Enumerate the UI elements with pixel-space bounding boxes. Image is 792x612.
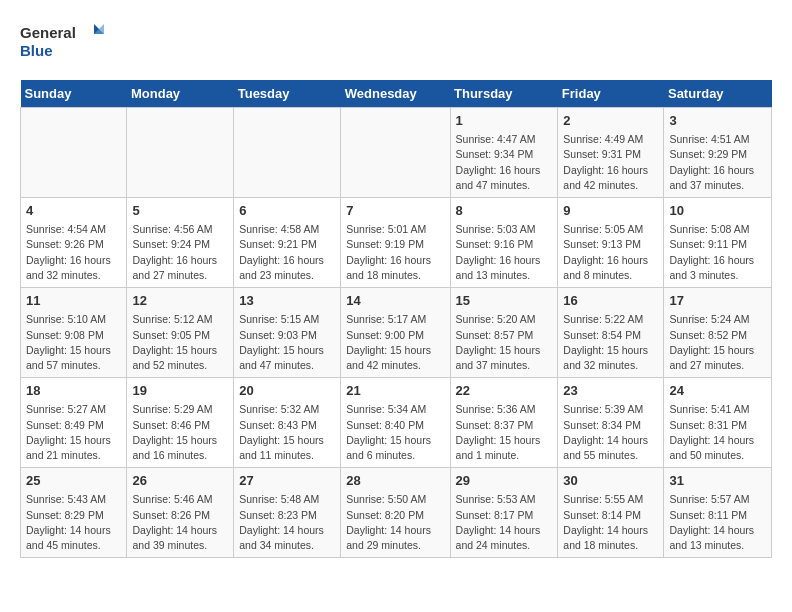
day-number: 8	[456, 202, 553, 220]
calendar-cell: 24Sunrise: 5:41 AM Sunset: 8:31 PM Dayli…	[664, 378, 772, 468]
day-number: 9	[563, 202, 658, 220]
day-number: 17	[669, 292, 766, 310]
calendar-cell: 25Sunrise: 5:43 AM Sunset: 8:29 PM Dayli…	[21, 468, 127, 558]
day-number: 2	[563, 112, 658, 130]
calendar-cell: 29Sunrise: 5:53 AM Sunset: 8:17 PM Dayli…	[450, 468, 558, 558]
svg-text:General: General	[20, 24, 76, 41]
calendar-cell: 28Sunrise: 5:50 AM Sunset: 8:20 PM Dayli…	[341, 468, 450, 558]
day-info: Sunrise: 5:55 AM Sunset: 8:14 PM Dayligh…	[563, 492, 658, 553]
calendar-cell: 1Sunrise: 4:47 AM Sunset: 9:34 PM Daylig…	[450, 108, 558, 198]
day-info: Sunrise: 4:47 AM Sunset: 9:34 PM Dayligh…	[456, 132, 553, 193]
day-info: Sunrise: 5:43 AM Sunset: 8:29 PM Dayligh…	[26, 492, 121, 553]
weekday-thursday: Thursday	[450, 80, 558, 108]
day-number: 10	[669, 202, 766, 220]
logo: General Blue	[20, 20, 110, 64]
calendar-header: SundayMondayTuesdayWednesdayThursdayFrid…	[21, 80, 772, 108]
day-number: 21	[346, 382, 444, 400]
weekday-saturday: Saturday	[664, 80, 772, 108]
calendar-cell: 2Sunrise: 4:49 AM Sunset: 9:31 PM Daylig…	[558, 108, 664, 198]
day-info: Sunrise: 5:12 AM Sunset: 9:05 PM Dayligh…	[132, 312, 228, 373]
day-info: Sunrise: 5:17 AM Sunset: 9:00 PM Dayligh…	[346, 312, 444, 373]
day-info: Sunrise: 4:51 AM Sunset: 9:29 PM Dayligh…	[669, 132, 766, 193]
calendar-cell: 14Sunrise: 5:17 AM Sunset: 9:00 PM Dayli…	[341, 288, 450, 378]
calendar-cell	[127, 108, 234, 198]
day-info: Sunrise: 5:46 AM Sunset: 8:26 PM Dayligh…	[132, 492, 228, 553]
day-number: 28	[346, 472, 444, 490]
calendar-cell: 13Sunrise: 5:15 AM Sunset: 9:03 PM Dayli…	[234, 288, 341, 378]
day-number: 12	[132, 292, 228, 310]
day-info: Sunrise: 5:20 AM Sunset: 8:57 PM Dayligh…	[456, 312, 553, 373]
calendar-week-2: 4Sunrise: 4:54 AM Sunset: 9:26 PM Daylig…	[21, 198, 772, 288]
day-number: 22	[456, 382, 553, 400]
weekday-sunday: Sunday	[21, 80, 127, 108]
calendar-cell: 4Sunrise: 4:54 AM Sunset: 9:26 PM Daylig…	[21, 198, 127, 288]
day-number: 15	[456, 292, 553, 310]
svg-text:Blue: Blue	[20, 42, 53, 59]
calendar-cell: 19Sunrise: 5:29 AM Sunset: 8:46 PM Dayli…	[127, 378, 234, 468]
calendar-cell	[234, 108, 341, 198]
generalblue-logo: General Blue	[20, 20, 110, 64]
day-number: 20	[239, 382, 335, 400]
calendar-cell: 15Sunrise: 5:20 AM Sunset: 8:57 PM Dayli…	[450, 288, 558, 378]
calendar-cell: 23Sunrise: 5:39 AM Sunset: 8:34 PM Dayli…	[558, 378, 664, 468]
day-info: Sunrise: 5:41 AM Sunset: 8:31 PM Dayligh…	[669, 402, 766, 463]
calendar-cell: 7Sunrise: 5:01 AM Sunset: 9:19 PM Daylig…	[341, 198, 450, 288]
day-info: Sunrise: 5:03 AM Sunset: 9:16 PM Dayligh…	[456, 222, 553, 283]
day-info: Sunrise: 4:54 AM Sunset: 9:26 PM Dayligh…	[26, 222, 121, 283]
day-number: 13	[239, 292, 335, 310]
calendar-cell: 26Sunrise: 5:46 AM Sunset: 8:26 PM Dayli…	[127, 468, 234, 558]
calendar-cell: 3Sunrise: 4:51 AM Sunset: 9:29 PM Daylig…	[664, 108, 772, 198]
day-number: 6	[239, 202, 335, 220]
weekday-monday: Monday	[127, 80, 234, 108]
day-info: Sunrise: 5:39 AM Sunset: 8:34 PM Dayligh…	[563, 402, 658, 463]
weekday-header-row: SundayMondayTuesdayWednesdayThursdayFrid…	[21, 80, 772, 108]
day-number: 24	[669, 382, 766, 400]
day-number: 27	[239, 472, 335, 490]
day-number: 16	[563, 292, 658, 310]
calendar-cell: 17Sunrise: 5:24 AM Sunset: 8:52 PM Dayli…	[664, 288, 772, 378]
page-header: General Blue	[20, 20, 772, 64]
calendar-cell: 18Sunrise: 5:27 AM Sunset: 8:49 PM Dayli…	[21, 378, 127, 468]
day-info: Sunrise: 5:22 AM Sunset: 8:54 PM Dayligh…	[563, 312, 658, 373]
day-number: 11	[26, 292, 121, 310]
day-number: 31	[669, 472, 766, 490]
day-info: Sunrise: 5:53 AM Sunset: 8:17 PM Dayligh…	[456, 492, 553, 553]
calendar-cell	[21, 108, 127, 198]
weekday-wednesday: Wednesday	[341, 80, 450, 108]
day-info: Sunrise: 5:57 AM Sunset: 8:11 PM Dayligh…	[669, 492, 766, 553]
day-number: 3	[669, 112, 766, 130]
day-info: Sunrise: 5:24 AM Sunset: 8:52 PM Dayligh…	[669, 312, 766, 373]
day-info: Sunrise: 5:34 AM Sunset: 8:40 PM Dayligh…	[346, 402, 444, 463]
calendar-week-3: 11Sunrise: 5:10 AM Sunset: 9:08 PM Dayli…	[21, 288, 772, 378]
calendar-cell: 9Sunrise: 5:05 AM Sunset: 9:13 PM Daylig…	[558, 198, 664, 288]
calendar-cell: 6Sunrise: 4:58 AM Sunset: 9:21 PM Daylig…	[234, 198, 341, 288]
day-number: 14	[346, 292, 444, 310]
calendar-week-4: 18Sunrise: 5:27 AM Sunset: 8:49 PM Dayli…	[21, 378, 772, 468]
day-number: 5	[132, 202, 228, 220]
weekday-friday: Friday	[558, 80, 664, 108]
day-info: Sunrise: 5:32 AM Sunset: 8:43 PM Dayligh…	[239, 402, 335, 463]
weekday-tuesday: Tuesday	[234, 80, 341, 108]
calendar-cell: 22Sunrise: 5:36 AM Sunset: 8:37 PM Dayli…	[450, 378, 558, 468]
day-number: 26	[132, 472, 228, 490]
day-number: 23	[563, 382, 658, 400]
calendar-cell: 8Sunrise: 5:03 AM Sunset: 9:16 PM Daylig…	[450, 198, 558, 288]
day-info: Sunrise: 5:05 AM Sunset: 9:13 PM Dayligh…	[563, 222, 658, 283]
day-info: Sunrise: 5:15 AM Sunset: 9:03 PM Dayligh…	[239, 312, 335, 373]
calendar-cell: 20Sunrise: 5:32 AM Sunset: 8:43 PM Dayli…	[234, 378, 341, 468]
day-info: Sunrise: 5:29 AM Sunset: 8:46 PM Dayligh…	[132, 402, 228, 463]
calendar-week-1: 1Sunrise: 4:47 AM Sunset: 9:34 PM Daylig…	[21, 108, 772, 198]
day-info: Sunrise: 4:58 AM Sunset: 9:21 PM Dayligh…	[239, 222, 335, 283]
calendar-week-5: 25Sunrise: 5:43 AM Sunset: 8:29 PM Dayli…	[21, 468, 772, 558]
day-info: Sunrise: 5:48 AM Sunset: 8:23 PM Dayligh…	[239, 492, 335, 553]
day-number: 25	[26, 472, 121, 490]
calendar-cell: 16Sunrise: 5:22 AM Sunset: 8:54 PM Dayli…	[558, 288, 664, 378]
calendar-cell: 5Sunrise: 4:56 AM Sunset: 9:24 PM Daylig…	[127, 198, 234, 288]
day-number: 18	[26, 382, 121, 400]
day-info: Sunrise: 4:49 AM Sunset: 9:31 PM Dayligh…	[563, 132, 658, 193]
day-info: Sunrise: 5:50 AM Sunset: 8:20 PM Dayligh…	[346, 492, 444, 553]
calendar-cell	[341, 108, 450, 198]
day-info: Sunrise: 5:27 AM Sunset: 8:49 PM Dayligh…	[26, 402, 121, 463]
calendar-cell: 12Sunrise: 5:12 AM Sunset: 9:05 PM Dayli…	[127, 288, 234, 378]
calendar-table: SundayMondayTuesdayWednesdayThursdayFrid…	[20, 80, 772, 558]
